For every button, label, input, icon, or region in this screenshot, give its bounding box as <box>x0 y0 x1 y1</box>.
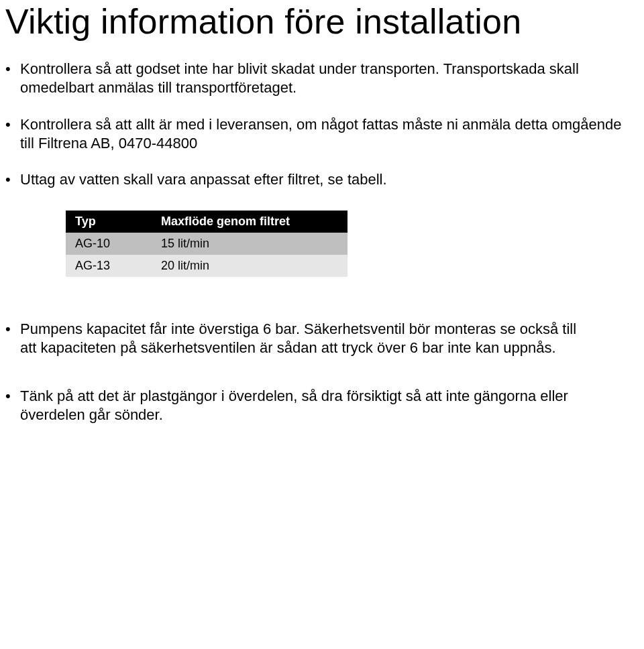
document-page: Viktig information före installation • K… <box>0 3 644 459</box>
bullet-text: Tänk på att det är plastgängor i överdel… <box>20 387 633 424</box>
bullet-dot: • <box>5 60 20 97</box>
cell-typ: AG-13 <box>66 255 152 277</box>
cell-flow: 15 lit/min <box>152 233 347 255</box>
list-item: • Pumpens kapacitet får inte överstiga 6… <box>5 320 633 357</box>
bottom-bullet-list: • Pumpens kapacitet får inte överstiga 6… <box>5 320 633 425</box>
cell-typ: AG-10 <box>66 233 152 255</box>
bullet-dot: • <box>5 170 20 189</box>
bullet-text: Pumpens kapacitet får inte överstiga 6 b… <box>20 320 633 357</box>
bullet-text: Uttag av vatten skall vara anpassat efte… <box>20 170 633 189</box>
table-header-row: Typ Maxflöde genom filtret <box>66 211 347 233</box>
table-header-flow: Maxflöde genom filtret <box>152 211 347 233</box>
table-row: AG-10 15 lit/min <box>66 233 347 255</box>
flow-table: Typ Maxflöde genom filtret AG-10 15 lit/… <box>66 211 347 277</box>
bullet-dot: • <box>5 320 20 357</box>
page-title: Viktig information före installation <box>5 3 633 41</box>
list-item: • Kontrollera så att godset inte har bli… <box>5 60 633 97</box>
bullet-text: Kontrollera så att godset inte har blivi… <box>20 60 633 97</box>
list-item: • Tänk på att det är plastgängor i överd… <box>5 387 633 424</box>
table-header-typ: Typ <box>66 211 152 233</box>
table-row: AG-13 20 lit/min <box>66 255 347 277</box>
cell-flow: 20 lit/min <box>152 255 347 277</box>
bullet-dot: • <box>5 115 20 153</box>
top-bullet-list: • Kontrollera så att godset inte har bli… <box>5 60 633 189</box>
flow-table-wrap: Typ Maxflöde genom filtret AG-10 15 lit/… <box>66 211 633 277</box>
bullet-dot: • <box>5 387 20 424</box>
list-item: • Kontrollera så att allt är med i lever… <box>5 115 633 153</box>
list-item: • Uttag av vatten skall vara anpassat ef… <box>5 170 633 189</box>
bullet-text: Kontrollera så att allt är med i leveran… <box>20 115 633 153</box>
